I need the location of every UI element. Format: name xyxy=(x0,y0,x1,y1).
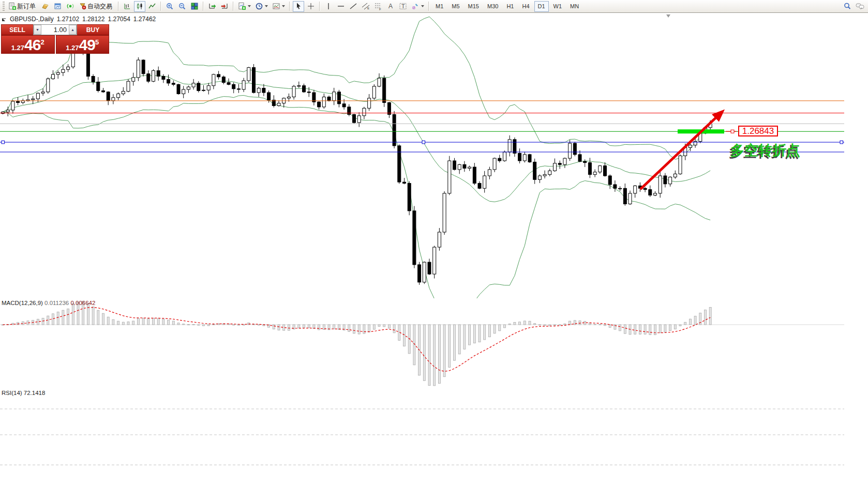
templates-button[interactable] xyxy=(271,1,287,12)
new-order-icon xyxy=(8,2,17,10)
cursor-button[interactable] xyxy=(293,1,304,12)
volume-decrease-button[interactable]: ▼ xyxy=(34,25,41,35)
timeframe-m1-button[interactable]: M1 xyxy=(432,1,447,12)
buy-price-prefix: 1.27 xyxy=(66,43,79,53)
buy-price-big: 49 xyxy=(79,37,95,53)
sell-price-display[interactable]: 1.27462 xyxy=(1,35,55,54)
candlestick-icon xyxy=(136,2,144,10)
crosshair-button[interactable] xyxy=(305,1,317,12)
buy-price-pip: 5 xyxy=(95,36,99,49)
volume-stepper[interactable]: ▼ 1.00 ▲ xyxy=(33,24,77,35)
symbol-marker-icon xyxy=(2,17,7,22)
zoom-out-icon xyxy=(178,2,186,10)
signal-icon xyxy=(66,2,74,10)
new-chart-button[interactable] xyxy=(52,1,64,12)
auto-trading-label: 自动交易 xyxy=(87,2,112,11)
chevron-down-icon xyxy=(421,5,424,7)
shift-chart-button[interactable] xyxy=(219,1,230,12)
chevron-down-icon xyxy=(265,5,268,7)
sell-button[interactable]: SELL xyxy=(1,24,33,35)
main-chart-plot[interactable] xyxy=(2,17,712,308)
line-chart-icon xyxy=(148,2,156,10)
zoom-out-button[interactable] xyxy=(176,1,188,12)
periods-button[interactable] xyxy=(253,1,270,12)
macd-pane-plot[interactable] xyxy=(0,301,844,386)
zoom-in-button[interactable] xyxy=(164,1,175,12)
ohlc-close: 1.27462 xyxy=(133,16,156,23)
timeframe-w1-button[interactable]: W1 xyxy=(550,1,566,12)
candlestick-chart-button[interactable] xyxy=(134,1,145,12)
price-annotation-box[interactable]: 1.26843 xyxy=(738,126,778,136)
macd-label: MACD(12,26,9) 0.011236 0.006642 xyxy=(2,300,95,306)
timeframe-m5-button[interactable]: M5 xyxy=(448,1,463,12)
trendline-icon xyxy=(349,2,357,10)
timeframe-mn-button[interactable]: MN xyxy=(566,1,582,12)
buy-price-display[interactable]: 1.27495 xyxy=(56,35,110,54)
bar-chart-icon xyxy=(123,2,131,10)
chat-bubbles-icon xyxy=(856,2,865,10)
chart-window[interactable]: GBPUSD-,Daily 1.27102 1.28122 1.27054 1.… xyxy=(0,13,868,488)
toolbar-separator xyxy=(203,2,204,11)
timeframe-h4-button[interactable]: H4 xyxy=(518,1,533,12)
new-order-button[interactable]: 新订单 xyxy=(7,1,39,12)
ohlc-open: 1.27102 xyxy=(57,16,79,23)
chat-button[interactable] xyxy=(854,1,866,12)
fibonacci-button[interactable]: F xyxy=(372,1,384,12)
cursor-icon xyxy=(294,2,303,10)
tile-windows-icon xyxy=(190,2,199,10)
toolbar-gripper[interactable] xyxy=(3,2,5,11)
equidistant-channel-icon: E xyxy=(362,2,370,10)
auto-scroll-button[interactable] xyxy=(206,1,218,12)
trendline-button[interactable] xyxy=(348,1,359,12)
auto-trading-button[interactable]: 自动交易 xyxy=(77,1,115,12)
auto-scroll-icon xyxy=(208,2,216,10)
rsi-pane-plot[interactable] xyxy=(0,409,844,465)
clock-icon xyxy=(255,2,263,10)
buy-button[interactable]: BUY xyxy=(77,24,109,35)
svg-text:E: E xyxy=(367,7,369,10)
horizontal-line-button[interactable] xyxy=(335,1,347,12)
volume-value[interactable]: 1.00 xyxy=(41,26,69,34)
text-button[interactable]: A xyxy=(385,1,396,12)
ohlc-high: 1.28122 xyxy=(82,16,104,23)
indicators-button[interactable] xyxy=(236,1,252,12)
vertical-line-button[interactable] xyxy=(323,1,334,12)
sell-price-prefix: 1.27 xyxy=(11,43,24,53)
template-icon xyxy=(272,2,280,10)
arrows-shapes-icon xyxy=(411,2,420,10)
channel-button[interactable]: E xyxy=(360,1,371,12)
shift-chart-icon xyxy=(220,2,229,10)
timeframe-m15-button[interactable]: M15 xyxy=(465,1,483,12)
bar-chart-button[interactable] xyxy=(122,1,133,12)
svg-text:F: F xyxy=(379,8,381,11)
chart-annotations[interactable] xyxy=(0,14,844,189)
toolbar-separator xyxy=(428,2,429,11)
new-order-label: 新订单 xyxy=(17,2,36,11)
toolbar: 新订单 自动交易 xyxy=(0,0,868,13)
search-button[interactable] xyxy=(842,1,853,12)
timeframe-m30-button[interactable]: M30 xyxy=(484,1,502,12)
shapes-button[interactable] xyxy=(410,1,426,12)
turning-point-annotation[interactable]: 多空转折点 xyxy=(730,141,800,160)
volume-increase-button[interactable]: ▲ xyxy=(69,25,77,35)
fibonacci-icon: F xyxy=(374,2,382,10)
toolbar-separator xyxy=(160,2,161,11)
line-chart-button[interactable] xyxy=(146,1,158,12)
rsi-label: RSI(14) 72.1418 xyxy=(2,390,45,396)
svg-text:A: A xyxy=(388,3,393,10)
toolbar-separator xyxy=(118,2,119,11)
timeframe-h1-button[interactable]: H1 xyxy=(503,1,517,12)
horizontal-line-icon xyxy=(337,2,345,10)
tile-windows-button[interactable] xyxy=(189,1,200,12)
timeframe-d1-button[interactable]: D1 xyxy=(534,1,549,12)
toolbar-separator xyxy=(319,2,320,11)
text-icon: A xyxy=(386,2,395,10)
signals-button[interactable] xyxy=(65,1,76,12)
window-chart-icon xyxy=(54,2,62,10)
add-indicator-icon xyxy=(238,2,246,10)
market-button[interactable] xyxy=(40,1,51,12)
vertical-line-icon xyxy=(324,2,333,10)
label-button[interactable]: T xyxy=(397,1,409,12)
text-label-icon: T xyxy=(399,2,407,10)
toolbar-separator xyxy=(233,2,234,11)
